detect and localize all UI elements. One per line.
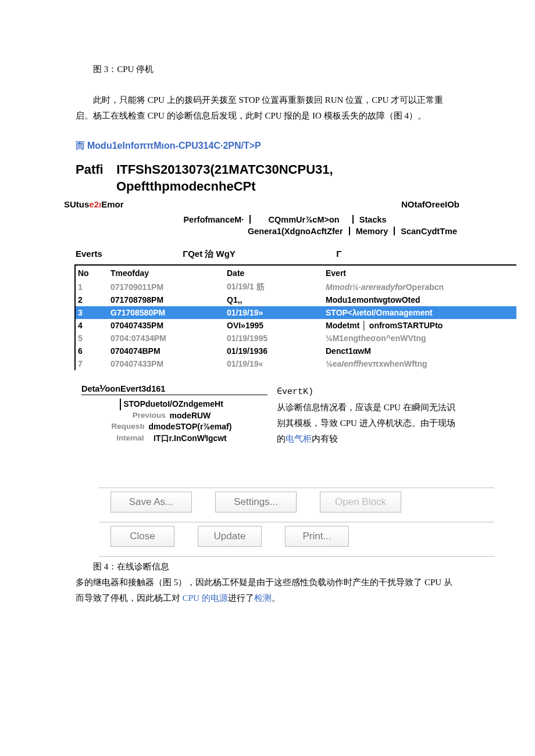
- cell-no: 6: [76, 346, 110, 356]
- ev-post: evπxwhenWftng: [363, 359, 427, 368]
- cell-no: 7: [76, 359, 110, 368]
- link-cpu-power[interactable]: CPU 的电源: [183, 593, 228, 603]
- table-row[interactable]: 5 0704:07434PM 01/19/1995 ⅛M1engtheσon^e…: [74, 332, 516, 345]
- cell-time: 0704074BPM: [110, 346, 227, 356]
- tabs-row-2: Genera1(XdgnoAcftZfer Memory ScanCydtTme: [76, 227, 459, 236]
- open-block-button: Open Block: [320, 492, 401, 513]
- table-row[interactable]: 7 070407433PM 01/19/19« ⅛eaIenffhevπxwhe…: [74, 357, 516, 370]
- update-button[interactable]: Update: [198, 526, 262, 547]
- separator-line: [99, 522, 494, 522]
- ev-for: for: [395, 282, 406, 292]
- status-left-pre: SUtus: [64, 199, 89, 209]
- detail-right: ∈vertK) 从诊断信息情况看，应该是 CPU 在瞬间无法识别其模板，导致 C…: [268, 384, 459, 447]
- right-para-b: 内有较: [312, 434, 338, 443]
- button-row-1: Save As... Settings... Open Block: [110, 492, 471, 513]
- label-request: Requestı: [112, 421, 149, 432]
- cell-time: 071709011PM: [110, 282, 227, 292]
- figure-3-caption: 图 3：CPU 停机: [93, 64, 459, 75]
- close-button[interactable]: Close: [110, 526, 174, 547]
- tab-communication[interactable]: CQmmUr⅞cM>on: [269, 215, 340, 224]
- save-as-button[interactable]: Save As...: [110, 492, 192, 513]
- link-detection[interactable]: 检测: [254, 593, 272, 603]
- separator-icon: [352, 215, 354, 224]
- cell-event: ⅛M1engtheσon^enWVtng: [326, 334, 516, 343]
- separator-line: [99, 488, 494, 488]
- detail-line-4: IT口r.InConWˡIgcwt: [154, 433, 227, 443]
- events-label: Everts: [76, 249, 180, 259]
- ev-mid: Ienffh: [341, 359, 363, 368]
- cell-date: 01/19/1936: [227, 346, 326, 356]
- cell-no: 5: [76, 334, 110, 343]
- detail-left: Deta⅟oonEvert3d161 STOPduetoI/OZndgemeHt…: [76, 384, 268, 444]
- tab-performance[interactable]: PerfofmanceM·: [183, 215, 244, 224]
- cell-date: 01/19/19«: [227, 359, 326, 368]
- cell-event: Modetmt │ onfromSTARTUPto: [326, 321, 516, 330]
- cell-time: 070407435PM: [110, 321, 227, 330]
- path-label: Patfi: [76, 162, 113, 178]
- events-gamma: Γ: [336, 249, 341, 259]
- cell-date: 01/19/1 筋: [227, 282, 326, 292]
- table-row[interactable]: 1 071709011PM 01/19/1 筋 Mmodı⅛·arereadyf…: [74, 281, 516, 293]
- ev-post: Operabcn: [406, 282, 444, 292]
- event-id: ∈vertK): [277, 384, 459, 400]
- table-header-row: No Tmeofday Date Evert: [74, 266, 516, 281]
- separator-icon: [394, 227, 395, 235]
- title-glyph: 而: [76, 141, 85, 151]
- path-block: Patfi ITFShS2013073(21MATC30NCPU31, Opef…: [76, 162, 459, 195]
- path-line-1: ITFShS2013073(21MATC30NCPU31,: [116, 162, 333, 177]
- status-left-post: Emor: [101, 199, 123, 209]
- cell-time: G71708580PM: [110, 308, 227, 317]
- title-text: Modu1eInfoππMιon-CPU314C·2PN/T>P: [87, 141, 261, 151]
- cell-event: Mmodı⅛·arereadyforOperabcn: [326, 282, 516, 292]
- table-row[interactable]: 4 070407435PM OVI»1995 Modetmt │ onfromS…: [74, 319, 516, 332]
- status-row: SUtuse2ıEmor NOtafOreeIOb: [64, 199, 459, 209]
- cell-time: 071708798PM: [110, 295, 227, 304]
- paragraph-1: 此时，只能将 CPU 上的拨码开关拨至 STOP 位置再重新拨回 RUN 位置，…: [76, 92, 459, 124]
- cell-date: Q1,,: [227, 295, 326, 304]
- tab-general[interactable]: Genera1(XdgnoAcftZfer: [248, 227, 343, 236]
- detail-lines: STOPduetoI/OZndgemeHt Previous modeRUW R…: [76, 399, 268, 444]
- detail-line-1: STOPduetoI/OZndgemeHt: [120, 399, 223, 410]
- tabs-row-1: PerfofmanceM· CQmmUr⅞cM>on Stacks: [110, 215, 459, 224]
- button-area: Save As... Settings... Open Block Close …: [110, 488, 471, 557]
- figure-4-caption: 图 4：在线诊断信息: [93, 561, 459, 572]
- after-mid: 进行了: [228, 593, 254, 603]
- cell-event: STOP<λιetoI/Omanagement: [326, 308, 516, 317]
- cell-no: 4: [76, 321, 110, 330]
- cell-time: 0704:07434PM: [110, 334, 227, 343]
- tab-stacks[interactable]: Stacks: [359, 215, 387, 224]
- separator-icon: [349, 227, 350, 235]
- table-row[interactable]: 2 071708798PM Q1,, Modu1emontwgtowOted: [74, 293, 516, 306]
- cell-no: 1: [76, 282, 110, 292]
- status-left-red: e2ı: [89, 199, 101, 209]
- separator-icon: [249, 215, 251, 224]
- tab-scancycle[interactable]: ScanCydtTme: [401, 227, 457, 236]
- ev-pre: ⅛ea: [326, 359, 341, 368]
- cell-event: ⅛eaIenffhevπxwhenWftng: [326, 359, 516, 368]
- detail-block: Deta⅟oonEvert3d161 STOPduetoI/OZndgemeHt…: [76, 384, 459, 447]
- table-row[interactable]: 6 0704074BPM 01/19/1936 Denct1αwM: [74, 345, 516, 357]
- col-time: Tmeofday: [110, 268, 227, 278]
- cell-date: OVI»1995: [227, 321, 326, 330]
- events-header: Everts ΓQet 治 WgY Γ: [76, 249, 459, 260]
- events-table: No Tmeofday Date Evert 1 071709011PM 01/…: [74, 264, 516, 370]
- separator-line: [99, 556, 494, 557]
- after-end: 。: [272, 593, 280, 603]
- ev-pre: M: [326, 282, 333, 292]
- ev-mid: modı⅛·areready: [333, 282, 395, 292]
- detail-line-2: modeRUW: [170, 411, 211, 420]
- col-no: No: [76, 268, 110, 278]
- label-previous: Previous: [133, 410, 170, 421]
- detail-line-3: dmodeSTOP(r⅞emaf): [149, 422, 232, 431]
- label-internal: Intemal: [116, 433, 154, 444]
- cell-event: Denct1αwM: [326, 346, 516, 356]
- events-qet: ΓQet 治 WgY: [183, 249, 334, 260]
- print-button[interactable]: Print...: [285, 526, 349, 547]
- status-right: NOtafOreeIOb: [401, 199, 459, 209]
- link-electrical-cabinet[interactable]: 电气柜: [286, 434, 312, 443]
- table-row-selected[interactable]: 3 G71708580PM 01/19/19» STOP<λιetoI/Oman…: [74, 306, 516, 319]
- module-info-title: 而Modu1eInfoππMιon-CPU314C·2PN/T>P: [76, 140, 459, 152]
- detail-header: Deta⅟oonEvert3d161: [81, 384, 268, 395]
- settings-button[interactable]: Settings...: [215, 492, 297, 513]
- tab-memory[interactable]: Memory: [356, 227, 388, 236]
